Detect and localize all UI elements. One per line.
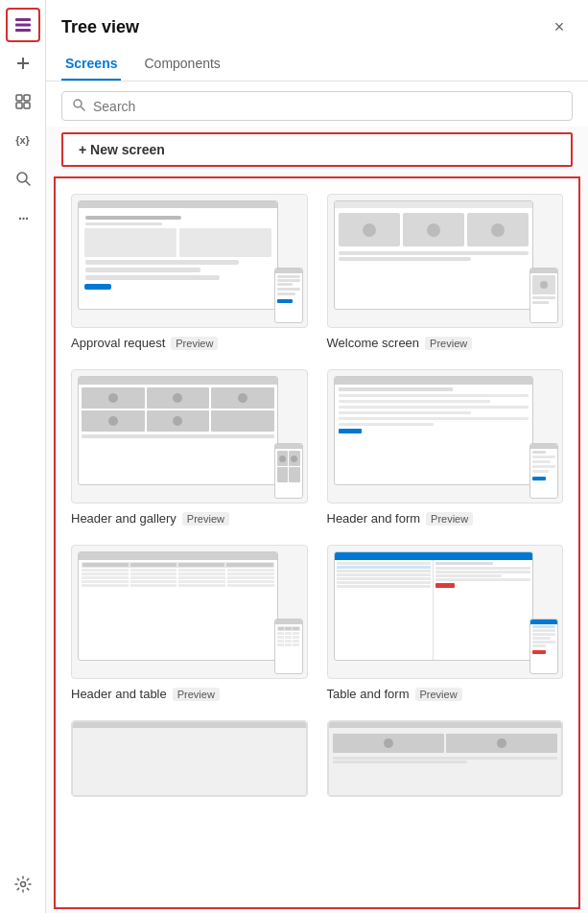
sidebar: {x} ··· [0, 0, 46, 913]
template-name-gallery: Header and gallery [71, 511, 176, 526]
template-header-form[interactable]: Header and form Preview [327, 369, 564, 526]
variables-icon[interactable]: {x} [6, 123, 40, 157]
mobile-mockup-gallery [274, 443, 303, 499]
svg-rect-7 [16, 103, 22, 108]
preview-badge-tableform[interactable]: Preview [415, 688, 462, 701]
tabs-bar: Screens Components [46, 48, 588, 82]
template-gallery-preview [71, 369, 308, 503]
template-name-tableform: Table and form [327, 687, 410, 701]
more-icon[interactable]: ··· [6, 199, 40, 234]
preview-badge-table[interactable]: Preview [173, 688, 220, 701]
mobile-mockup [274, 268, 303, 323]
svg-line-13 [82, 107, 85, 111]
svg-rect-6 [24, 95, 30, 101]
template-name-welcome: Welcome screen [327, 336, 420, 350]
template-form-preview [327, 369, 564, 503]
search-input[interactable] [93, 99, 562, 114]
mobile-mockup-table [274, 619, 303, 674]
search-sidebar-icon[interactable] [6, 161, 40, 196]
svg-point-12 [74, 100, 82, 107]
preview-badge-form[interactable]: Preview [426, 512, 473, 526]
desktop-mockup-table [78, 551, 278, 661]
new-screen-button[interactable]: + New screen [61, 132, 573, 167]
template-approval-preview [71, 194, 308, 328]
template-grid: Approval request Preview [56, 178, 578, 820]
desktop-mockup [78, 200, 278, 310]
desktop-mockup-tableform [334, 551, 534, 661]
search-container [46, 82, 588, 127]
template-name-form: Header and form [327, 511, 421, 526]
main-panel: Tree view × Screens Components + New scr… [46, 0, 588, 913]
svg-rect-8 [24, 103, 30, 108]
template-extra-1[interactable] [71, 720, 308, 805]
preview-badge-welcome[interactable]: Preview [425, 337, 472, 350]
template-label-row-table: Header and table Preview [71, 687, 220, 701]
mobile-mockup-form [529, 443, 558, 499]
template-table-preview [71, 545, 308, 679]
svg-rect-1 [15, 24, 31, 27]
template-extra-2-preview [327, 720, 564, 797]
template-extra-1-preview [71, 720, 308, 797]
tab-components[interactable]: Components [140, 48, 223, 81]
search-icon [72, 98, 85, 114]
svg-rect-2 [15, 29, 31, 32]
search-box [61, 91, 573, 121]
template-label-row-tableform: Table and form Preview [327, 687, 462, 701]
template-label-row: Approval request Preview [71, 336, 218, 350]
template-header-table[interactable]: Header and table Preview [71, 545, 308, 701]
template-content-area: Approval request Preview [54, 176, 580, 909]
template-extra-2[interactable] [327, 720, 564, 805]
desktop-mockup-gallery [78, 376, 278, 485]
tab-screens[interactable]: Screens [61, 48, 121, 81]
template-label-row-welcome: Welcome screen Preview [327, 336, 473, 350]
add-icon[interactable] [6, 46, 40, 81]
template-name: Approval request [71, 336, 165, 350]
template-name-table: Header and table [71, 687, 167, 701]
desktop-mockup-welcome [334, 200, 534, 310]
grid-icon[interactable] [6, 84, 40, 119]
svg-rect-5 [16, 95, 22, 101]
panel-header: Tree view × [46, 0, 588, 48]
preview-badge[interactable]: Preview [171, 337, 218, 350]
template-approval-request[interactable]: Approval request Preview [71, 194, 308, 350]
panel-title: Tree view [61, 17, 139, 37]
template-table-form[interactable]: Table and form Preview [327, 545, 564, 701]
desktop-mockup-form [334, 376, 534, 485]
svg-point-11 [20, 882, 25, 887]
template-label-row-gallery: Header and gallery Preview [71, 511, 229, 526]
template-header-gallery[interactable]: Header and gallery Preview [71, 369, 308, 526]
template-welcome-preview [327, 194, 564, 328]
template-label-row-form: Header and form Preview [327, 511, 474, 526]
svg-rect-0 [15, 18, 31, 21]
settings-icon[interactable] [6, 867, 40, 901]
template-tableform-preview [327, 545, 564, 679]
svg-line-10 [26, 181, 30, 185]
mobile-mockup-tableform [529, 619, 558, 674]
close-button[interactable]: × [546, 13, 573, 40]
layers-icon[interactable] [6, 8, 40, 42]
preview-badge-gallery[interactable]: Preview [182, 512, 229, 526]
template-welcome-screen[interactable]: Welcome screen Preview [327, 194, 564, 350]
mobile-mockup-welcome [529, 268, 558, 323]
